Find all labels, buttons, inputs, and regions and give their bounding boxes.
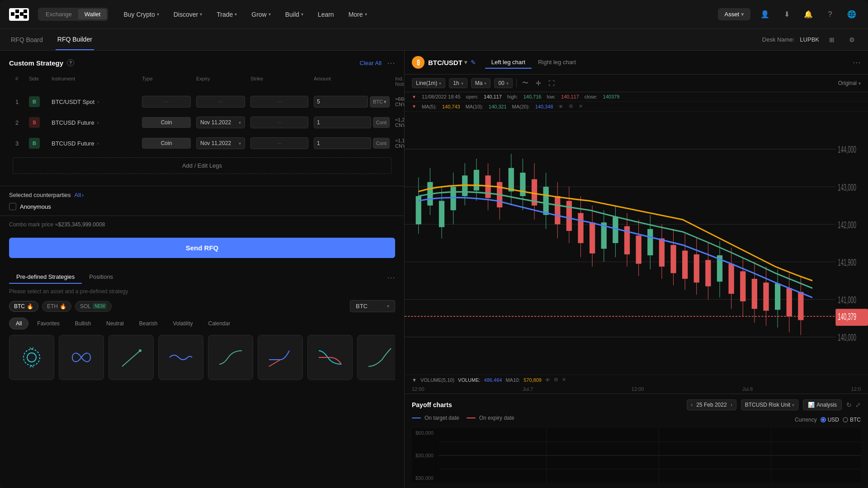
strategy-card-7[interactable] [307, 335, 353, 380]
row3-type-select[interactable]: Coin [142, 138, 191, 149]
wallet-toggle[interactable]: Wallet [78, 9, 107, 19]
chart-crosshair-icon[interactable]: ✛ [534, 79, 543, 88]
all-counterparties-link[interactable]: All › [75, 192, 84, 198]
asset-button[interactable]: Asset ▾ [718, 8, 750, 20]
settings-icon[interactable]: ⚙ [844, 33, 859, 47]
nav-trade[interactable]: Trade ▾ [210, 8, 243, 21]
nav-more[interactable]: More ▾ [342, 8, 373, 21]
vol-close-icon[interactable]: ✕ [562, 377, 566, 383]
row1-expiry-input[interactable]: -- [196, 96, 245, 108]
cat-favorites[interactable]: Favorites [30, 318, 66, 329]
cat-bullish[interactable]: Bullish [68, 318, 98, 329]
nav-build[interactable]: Build ▾ [279, 8, 310, 21]
strategy-card-4[interactable] [158, 335, 203, 380]
ma-collapse[interactable]: ▼ [412, 104, 416, 109]
payoff-expand-icon[interactable]: ⤢ [855, 401, 861, 408]
row3-strike-input[interactable]: -- [250, 137, 308, 149]
chart-menu[interactable]: ⋯ [853, 57, 861, 67]
date-prev-btn[interactable]: ‹ [691, 402, 693, 408]
date-next-btn[interactable]: › [731, 402, 732, 408]
risk-unit-select[interactable]: BTCUSD Risk Unit ▾ [741, 399, 799, 410]
tab-left-leg[interactable]: Left leg chart [485, 56, 532, 69]
nav-discover[interactable]: Discover ▾ [167, 8, 208, 21]
line-type-select[interactable]: Line(1m) ▾ [412, 78, 445, 88]
chart-fullscreen-icon[interactable]: ⛶ [547, 79, 557, 88]
strategy-card-8[interactable] [357, 335, 395, 380]
vol-settings-icon[interactable]: ⚙ [554, 377, 558, 383]
row3-unit-select[interactable]: Cont [373, 138, 390, 149]
usd-radio[interactable] [821, 417, 826, 422]
strategy-card-2[interactable] [59, 335, 104, 380]
chip-sol[interactable]: SOL NEW [75, 301, 112, 312]
volume-collapse[interactable]: ▼ [412, 377, 417, 383]
row3-amount-input[interactable]: 1 [314, 137, 371, 149]
layout-icon[interactable]: ⊞ [825, 33, 839, 47]
currency-btc[interactable]: BTC [843, 417, 861, 423]
original-button[interactable]: Original ▾ [838, 80, 861, 86]
row1-amount-input[interactable]: 5 [314, 96, 368, 108]
strategy-menu[interactable]: ⋯ [387, 58, 395, 68]
cat-calendar[interactable]: Calendar [201, 318, 237, 329]
row1-instrument[interactable]: BTC/USDT Spot › [49, 97, 139, 107]
row2-instrument-cell[interactable]: BTCUSD Future › [52, 119, 137, 126]
predefined-menu[interactable]: ⋯ [387, 272, 395, 282]
sub-nav-rfq-builder[interactable]: RFQ Builder [56, 29, 94, 50]
ohlc-collapse[interactable]: ▼ [412, 94, 416, 99]
cat-volatility[interactable]: Volatility [166, 318, 199, 329]
globe-icon[interactable]: 🌐 [844, 7, 859, 22]
nav-grow[interactable]: Grow ▾ [245, 8, 277, 21]
clear-all-button[interactable]: Clear All [360, 60, 382, 66]
analysis-button[interactable]: 📊 Analysis [803, 399, 842, 410]
payoff-refresh-icon[interactable]: ↻ [846, 401, 852, 408]
ma-close-icon[interactable]: ✕ [579, 103, 583, 109]
tab-positions[interactable]: Positions [82, 271, 120, 284]
ma-eye-icon[interactable]: 👁 [558, 104, 563, 109]
cat-bearish[interactable]: Bearish [132, 318, 165, 329]
asset-name[interactable]: BTC/USDT ▾ [428, 59, 467, 66]
strategy-help-icon[interactable]: ? [67, 59, 74, 66]
row2-expiry-select[interactable]: Nov 11,2022 ▾ [196, 117, 245, 128]
anonymous-checkbox[interactable] [9, 203, 16, 210]
nav-learn[interactable]: Learn [311, 8, 340, 21]
bell-icon[interactable]: 🔔 [801, 7, 816, 22]
strategy-card-3[interactable] [108, 335, 154, 380]
sub-nav-rfq-board[interactable]: RFQ Board [9, 29, 45, 50]
help-icon-nav[interactable]: ? [823, 7, 837, 22]
row1-instrument-cell[interactable]: BTC/USDT Spot › [52, 99, 137, 105]
row3-instrument-cell[interactable]: BTCUSD Future › [52, 140, 137, 147]
asset-edit-icon[interactable]: ✎ [471, 59, 476, 66]
ma-settings-icon[interactable]: ⚙ [569, 103, 573, 109]
candlestick-chart[interactable]: 144,000 143,000 142,000 141,900 141,000 … [405, 112, 868, 375]
chip-btc[interactable]: BTC 🔥 [9, 301, 38, 312]
crypto-dropdown[interactable]: BTC ▾ [350, 300, 395, 312]
btc-radio[interactable] [843, 417, 848, 422]
row2-instrument[interactable]: BTCUSD Future › [49, 117, 139, 128]
cat-neutral[interactable]: Neutral [99, 318, 131, 329]
currency-usd[interactable]: USD [821, 417, 839, 423]
interval-select[interactable]: 00 ▾ [494, 78, 512, 88]
nav-buy-crypto[interactable]: Buy Crypto ▾ [117, 8, 165, 21]
row2-amount-input[interactable]: 1 [314, 117, 371, 128]
indicator-select[interactable]: Ma ▾ [471, 78, 491, 88]
row3-instrument[interactable]: BTCUSD Future › [49, 138, 139, 149]
strategy-card-5[interactable] [208, 335, 253, 380]
okx-logo[interactable] [9, 8, 29, 21]
timeframe-select[interactable]: 1h ▾ [449, 78, 467, 88]
row1-strike-input[interactable]: -- [250, 96, 308, 108]
row1-type-input[interactable]: -- [142, 96, 191, 108]
user-icon[interactable]: 👤 [758, 7, 772, 22]
send-rfq-button[interactable]: Send RFQ [9, 238, 395, 258]
strategy-card-6[interactable] [258, 335, 303, 380]
tab-predefined[interactable]: Pre-defined Strategies [9, 271, 82, 284]
row2-strike-input[interactable]: -- [250, 117, 308, 128]
row3-expiry-select[interactable]: Nov 11,2022 ▾ [196, 137, 245, 149]
vol-eye-icon[interactable]: 👁 [545, 377, 550, 383]
chip-eth[interactable]: ETH 🔥 [42, 301, 71, 312]
exchange-toggle[interactable]: Exchange [39, 9, 78, 19]
download-icon[interactable]: ⬇ [779, 7, 794, 22]
cat-all[interactable]: All [9, 318, 28, 329]
strategy-card-1[interactable] [9, 335, 54, 380]
tab-right-leg[interactable]: Right leg chart [532, 56, 582, 69]
row1-unit-select[interactable]: BTC ▾ [370, 96, 390, 108]
add-legs-button[interactable]: Add / Edit Legs [13, 157, 392, 174]
